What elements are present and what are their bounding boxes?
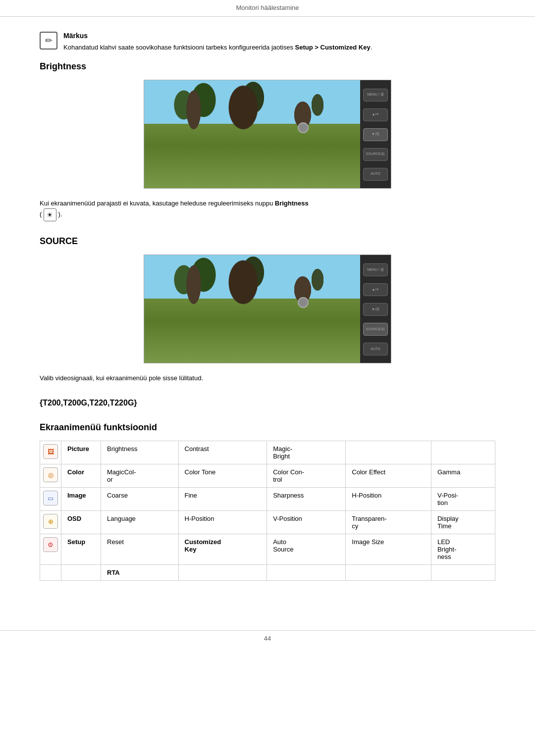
image-icon-cell: ▭ [40, 488, 61, 511]
picture-col1: Brightness [101, 441, 179, 464]
source-section: SOURCE MENU / 退 ▲/☀ ▼/亮 SOURCE/自 AUTO Va… [40, 236, 495, 384]
picture-col4 [346, 441, 431, 464]
image-col3: Sharpness [267, 488, 346, 511]
source-screen [144, 255, 362, 363]
brightness-buttons: MENU / 退 ▲/☀ ▼/亮 SOURCE/自 AUTO [360, 80, 391, 189]
color-col1: MagicCol-or [101, 464, 179, 488]
image-icon: ▭ [43, 491, 58, 505]
source-description: Valib videosignaali, kui ekraanimenüü po… [40, 373, 495, 384]
monitor-object [298, 122, 309, 133]
image-col1: Coarse [101, 488, 179, 511]
setup-icon: ⚙ [43, 537, 58, 552]
content: ✏ Märkus Kohandatud klahvi saate sooviko… [0, 17, 535, 615]
setup-col4: Image Size [346, 534, 431, 565]
brightness-image-container: MENU / 退 ▲/☀ ▼/亮 SOURCE/自 AUTO [40, 80, 495, 189]
image-col4: H-Position [346, 488, 431, 511]
color-icon: ◎ [43, 467, 58, 482]
src-btn-source: SOURCE/自 [363, 323, 388, 336]
osd-col4: Transparen-cy [346, 511, 431, 534]
btn-menu: MENU / 退 [363, 89, 388, 101]
table-row: ◎ Color MagicCol-or Color Tone Color Con… [40, 464, 495, 488]
table-row: ⚙ Setup Reset CustomizedKey AutoSource I… [40, 534, 495, 565]
brightness-bold: Brightness [275, 200, 309, 207]
setup-icon-cell: ⚙ [40, 534, 61, 565]
brightness-description: Kui ekraanimenüüd parajasti ei kuvata, k… [40, 199, 495, 222]
menu-title: Ekraanimenüü funktsioonid [40, 422, 495, 433]
color-col5: Gamma [431, 464, 495, 488]
source-buttons: MENU / 退 ▲/☀ ▼/亮 SOURCE/自 AUTO [360, 255, 391, 363]
setup-col3: AutoSource [267, 534, 346, 565]
models-title: {T200,T200G,T220,T220G} [40, 399, 495, 407]
table-row: 🖼 Picture Brightness Contrast Magic-Brig… [40, 441, 495, 464]
note-content: Märkus Kohandatud klahvi saate soovikoha… [63, 32, 372, 52]
color-col4: Color Effect [346, 464, 431, 488]
osd-col5: DisplayTime [431, 511, 495, 534]
image-category: Image [61, 488, 101, 511]
rta-col4 [346, 565, 431, 581]
table-row: RTA [40, 565, 495, 581]
table-row: ▭ Image Coarse Fine Sharpness H-Position… [40, 488, 495, 511]
color-category: Color [61, 464, 101, 488]
brightness-title: Brightness [40, 61, 495, 72]
brightness-section: Brightness MENU / 退 ▲/☀ ▼/亮 SOURCE/自 AUT… [40, 61, 495, 222]
picture-icon-cell: 🖼 [40, 441, 61, 464]
picture-col5 [431, 441, 495, 464]
source-title: SOURCE [40, 236, 495, 247]
header-title: Monitori häälestamine [0, 0, 535, 17]
btn-source: SOURCE/自 [363, 148, 388, 161]
menu-section: Ekraanimenüü funktsioonid 🖼 Picture Brig… [40, 422, 495, 581]
picture-category: Picture [61, 441, 101, 464]
src-btn-up: ▲/☀ [363, 283, 388, 296]
src-btn-down: ▼/亮 [363, 303, 388, 316]
note-box: ✏ Märkus Kohandatud klahvi saate sooviko… [40, 32, 495, 52]
rta-col1: RTA [101, 565, 179, 581]
btn-auto: AUTO [363, 168, 388, 181]
osd-col2: H-Position [178, 511, 267, 534]
source-image-container: MENU / 退 ▲/☀ ▼/亮 SOURCE/自 AUTO [40, 254, 495, 363]
rta-category [61, 565, 101, 581]
image-col5: V-Posi-tion [431, 488, 495, 511]
rta-icon-cell [40, 565, 61, 581]
brightness-icon: ☀ [44, 208, 56, 221]
osd-icon: ⊕ [43, 514, 58, 529]
menu-table: 🖼 Picture Brightness Contrast Magic-Brig… [40, 441, 495, 581]
picture-col2: Contrast [178, 441, 267, 464]
image-col2: Fine [178, 488, 267, 511]
picture-col3: Magic-Bright [267, 441, 346, 464]
src-btn-auto: AUTO [363, 343, 388, 355]
note-bold: Setup > Customized Key [295, 44, 371, 51]
rta-col2 [178, 565, 267, 581]
osd-col1: Language [101, 511, 179, 534]
osd-col3: V-Position [267, 511, 346, 534]
note-icon: ✏ [40, 32, 57, 50]
note-text: Kohandatud klahvi saate soovikohase funk… [63, 43, 372, 52]
osd-category: OSD [61, 511, 101, 534]
picture-icon: 🖼 [43, 444, 58, 459]
source-monitor: MENU / 退 ▲/☀ ▼/亮 SOURCE/自 AUTO [144, 254, 391, 363]
footer-page-number: 44 [0, 631, 535, 646]
setup-col2-customized-key: CustomizedKey [178, 534, 267, 565]
table-row: ⊕ OSD Language H-Position V-Position Tra… [40, 511, 495, 534]
brightness-monitor: MENU / 退 ▲/☀ ▼/亮 SOURCE/自 AUTO [144, 80, 391, 189]
page: Monitori häälestamine ✏ Märkus Kohandatu… [0, 0, 535, 756]
color-col3: Color Con-trol [267, 464, 346, 488]
rta-col5 [431, 565, 495, 581]
osd-icon-cell: ⊕ [40, 511, 61, 534]
brightness-screen [144, 80, 362, 189]
color-col2: Color Tone [178, 464, 267, 488]
btn-up: ▲/☀ [363, 108, 388, 121]
setup-col5: LEDBright-ness [431, 534, 495, 565]
color-icon-cell: ◎ [40, 464, 61, 488]
rta-col3 [267, 565, 346, 581]
setup-category: Setup [61, 534, 101, 565]
btn-down: ▼/亮 [363, 128, 388, 141]
src-btn-menu: MENU / 退 [363, 263, 388, 276]
setup-col1: Reset [101, 534, 179, 565]
models-section: {T200,T200G,T220,T220G} [40, 399, 495, 407]
note-title: Märkus [63, 32, 372, 40]
